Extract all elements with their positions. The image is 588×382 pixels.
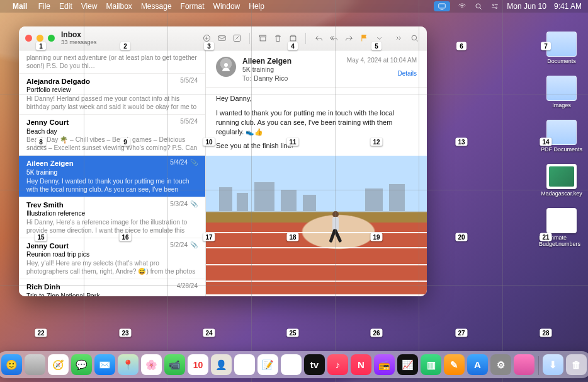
dock-facetime[interactable]: 📹 bbox=[164, 354, 185, 375]
dock-launchpad[interactable] bbox=[25, 354, 45, 375]
reply-button[interactable] bbox=[312, 32, 325, 45]
menu-file[interactable]: File bbox=[38, 2, 50, 11]
dock-pages[interactable]: ✎ bbox=[444, 354, 465, 375]
detail-to: Danny Rico bbox=[254, 74, 288, 82]
svg-point-10 bbox=[412, 35, 417, 40]
desktop-item-madagascar-key[interactable]: Madagascar.key bbox=[539, 164, 584, 197]
message-row[interactable]: Jenny Court 5/5/24 Beach day Beach Day 🌴… bbox=[19, 115, 205, 156]
dock-separator bbox=[538, 356, 539, 375]
app-menus[interactable]: Mail FileEditViewMailboxMessageFormatWin… bbox=[13, 2, 282, 11]
dock-settings[interactable]: ⚙︎ bbox=[490, 354, 511, 375]
dock-contacts[interactable]: 👤 bbox=[211, 354, 232, 375]
zoom-button[interactable] bbox=[48, 35, 55, 42]
grid-number[interactable]: 13 bbox=[455, 138, 467, 146]
detail-subject: 5K training bbox=[242, 66, 291, 73]
details-link[interactable]: Details bbox=[347, 70, 417, 77]
archive-button[interactable] bbox=[256, 32, 269, 45]
filter-button[interactable] bbox=[200, 32, 213, 45]
menu-mailbox[interactable]: Mailbox bbox=[106, 2, 132, 11]
row-date: 5/5/24 bbox=[180, 118, 198, 125]
grid-number[interactable]: 26 bbox=[370, 329, 382, 337]
reply-all-button[interactable] bbox=[327, 32, 340, 45]
dock-reminders[interactable] bbox=[234, 354, 255, 375]
status-area[interactable]: Mon Jun 10 9:41 AM bbox=[434, 1, 582, 11]
app-name[interactable]: Mail bbox=[13, 2, 27, 11]
inline-attachment[interactable] bbox=[206, 156, 427, 294]
more-button[interactable] bbox=[392, 32, 404, 45]
dock-stocks[interactable]: 📈 bbox=[397, 354, 418, 375]
grid-number[interactable]: 6 bbox=[456, 42, 466, 50]
dock-photos[interactable]: 🌸 bbox=[141, 354, 162, 375]
mail-titlebar[interactable]: Inbox 33 messages bbox=[19, 26, 427, 50]
menubar-date[interactable]: Mon Jun 10 bbox=[507, 2, 546, 11]
row-subject: Trip to Zion National Park bbox=[26, 292, 198, 296]
dock[interactable]: 🙂🧭💬✉️📍🌸📹10👤📝tv♪N📻📈▥✎A⚙︎⬇︎🗑 bbox=[0, 351, 588, 378]
dock-tv[interactable]: tv bbox=[304, 354, 325, 375]
dock-notes[interactable]: 📝 bbox=[257, 354, 278, 375]
dock-finder[interactable]: 🙂 bbox=[1, 354, 22, 375]
grid-number[interactable]: 25 bbox=[286, 329, 298, 337]
dock-safari[interactable]: 🧭 bbox=[48, 354, 69, 375]
dock-numbers[interactable]: ▥ bbox=[421, 354, 441, 375]
grid-number[interactable]: 23 bbox=[119, 329, 131, 337]
dock-podcasts[interactable]: 📻 bbox=[374, 354, 395, 375]
grid-number[interactable]: 20 bbox=[455, 233, 467, 241]
message-row[interactable]: Trev Smith 5/3/24📎 Illustration referenc… bbox=[19, 197, 205, 238]
window-controls[interactable] bbox=[25, 35, 55, 42]
message-list[interactable]: planning our next adventure (or at least… bbox=[19, 50, 206, 296]
body-p2: See you at the finish line! bbox=[216, 141, 417, 151]
body-p1: I wanted to thank you for putting me in … bbox=[216, 108, 417, 137]
menu-window[interactable]: Window bbox=[213, 2, 240, 11]
desktop-item-roommate-budget-numbers[interactable]: Roommate Budget.numbers bbox=[539, 208, 584, 247]
body-greeting: Hey Danny, bbox=[216, 94, 417, 103]
menu-format[interactable]: Format bbox=[181, 2, 205, 11]
desktop-item-images[interactable]: Images bbox=[539, 76, 584, 108]
minimize-button[interactable] bbox=[37, 35, 43, 42]
dock-mail[interactable]: ✉️ bbox=[94, 354, 115, 375]
new-message-button[interactable] bbox=[215, 32, 228, 45]
dock-news[interactable]: N bbox=[351, 354, 371, 375]
row-subject: Illustration reference bbox=[26, 210, 198, 218]
sender-avatar[interactable] bbox=[216, 57, 236, 77]
dock-calendar[interactable]: 10 bbox=[188, 354, 208, 375]
compose-button[interactable] bbox=[230, 32, 243, 45]
message-row[interactable]: Rich Dinh 4/28/24 Trip to Zion National … bbox=[19, 279, 205, 296]
detail-timestamp: May 4, 2024 at 10:04 AM bbox=[347, 57, 417, 64]
message-row[interactable]: Alejandra Delgado 5/5/24 Portfolio revie… bbox=[19, 74, 205, 115]
flag-button[interactable] bbox=[358, 32, 370, 45]
message-body[interactable]: Hey Danny, I wanted to thank you for put… bbox=[206, 88, 427, 294]
dock-appstore[interactable]: A bbox=[467, 354, 488, 375]
dock-trash[interactable]: 🗑 bbox=[566, 354, 587, 375]
delete-button[interactable] bbox=[271, 32, 284, 45]
menu-message[interactable]: Message bbox=[141, 2, 172, 11]
desktop-item-pdf-documents[interactable]: PDF Documents bbox=[539, 120, 584, 153]
message-row[interactable]: Jenny Court 5/2/24📎 Reunion road trip pi… bbox=[19, 238, 205, 279]
message-row[interactable]: planning our next adventure (or at least… bbox=[19, 50, 205, 74]
close-button[interactable] bbox=[25, 35, 32, 42]
dock-music[interactable]: ♪ bbox=[327, 354, 348, 375]
dock-messages[interactable]: 💬 bbox=[71, 354, 92, 375]
grid-number[interactable]: 22 bbox=[35, 329, 47, 337]
search-button[interactable] bbox=[408, 32, 421, 45]
menubar-time[interactable]: 9:41 AM bbox=[554, 2, 582, 11]
flag-dropdown[interactable] bbox=[373, 32, 385, 45]
attachment-icon: 📎 bbox=[190, 159, 198, 166]
menu-edit[interactable]: Edit bbox=[59, 2, 72, 11]
forward-button[interactable] bbox=[342, 32, 355, 45]
grid-number[interactable]: 27 bbox=[455, 329, 467, 337]
dock-freeform[interactable] bbox=[281, 354, 302, 375]
grid-number[interactable]: 28 bbox=[540, 329, 551, 337]
menu-view[interactable]: View bbox=[81, 2, 98, 11]
dock-maps[interactable]: 📍 bbox=[118, 354, 139, 375]
desktop-label: Images bbox=[552, 102, 571, 108]
mailbox-count: 33 messages bbox=[61, 39, 97, 45]
junk-button[interactable] bbox=[286, 32, 299, 45]
file-icon bbox=[546, 164, 577, 189]
message-row[interactable]: Aileen Zeigen 5/4/24📎 5K training Hey De… bbox=[19, 156, 205, 197]
dock-downloads[interactable]: ⬇︎ bbox=[543, 354, 563, 375]
row-preview: Hi Danny! Herland passed me your contact… bbox=[26, 95, 198, 110]
menu-help[interactable]: Help bbox=[249, 2, 264, 11]
grid-number[interactable]: 24 bbox=[203, 329, 215, 337]
dock-journal[interactable] bbox=[514, 354, 534, 375]
desktop-item-documents[interactable]: Documents bbox=[539, 32, 584, 64]
